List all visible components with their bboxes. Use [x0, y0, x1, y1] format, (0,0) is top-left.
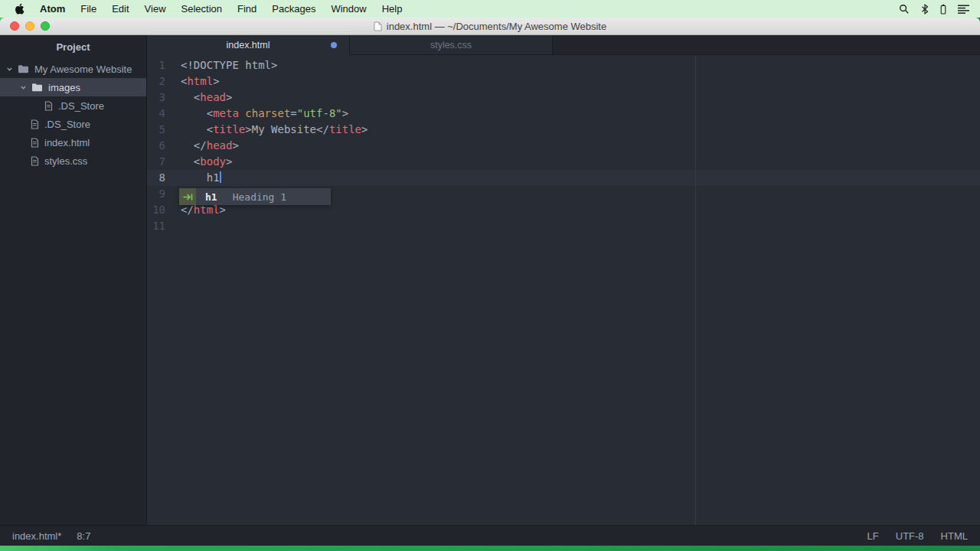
line-content: h1	[181, 170, 221, 186]
code-token: </	[181, 204, 194, 216]
tree-item-index-html[interactable]: index.html	[0, 133, 146, 152]
tab-title: styles.css	[430, 40, 472, 51]
menu-item-view[interactable]: View	[137, 3, 174, 15]
status-encoding[interactable]: UTF-8	[896, 530, 924, 542]
tab-index-html[interactable]: index.html	[147, 35, 350, 55]
code-token: head	[200, 91, 226, 103]
line-number: 9	[147, 186, 165, 202]
folder-icon	[18, 64, 29, 73]
autocomplete-popup: h1 Heading 1	[179, 188, 331, 205]
menu-item-help[interactable]: Help	[374, 3, 410, 15]
line-number: 5	[147, 122, 165, 138]
code-line-6[interactable]: 6 </head>	[147, 138, 980, 154]
code-line-7[interactable]: 7 <body>	[147, 154, 980, 170]
status-line-ending[interactable]: LF	[867, 530, 879, 542]
apple-icon	[14, 3, 24, 15]
code-line-11[interactable]: 11	[147, 218, 980, 234]
file-icon	[31, 138, 39, 148]
code-token: h1	[181, 171, 220, 184]
code-token: >	[232, 139, 238, 152]
code-token: My Website	[252, 123, 316, 135]
line-content: <body>	[181, 154, 232, 170]
notification-center-icon[interactable]	[958, 5, 969, 14]
menu-bar-status-icons	[899, 0, 969, 18]
menu-bar: AtomFileEditViewSelectionFindPackagesWin…	[0, 0, 980, 18]
code-token: >	[220, 204, 226, 216]
code-token: <	[181, 123, 213, 135]
status-bar: index.html* 8:7 LFUTF-8HTML	[0, 525, 980, 546]
minimize-button[interactable]	[25, 21, 34, 31]
tree-item-ds-store[interactable]: .DS_Store	[0, 115, 146, 133]
line-number: 4	[147, 106, 165, 122]
chevron-down-icon[interactable]	[6, 66, 14, 73]
code-line-1[interactable]: 1<!DOCTYPE html>	[147, 57, 980, 73]
menu-item-selection[interactable]: Selection	[174, 3, 230, 15]
code-line-2[interactable]: 2<html>	[147, 73, 980, 90]
line-content: </head>	[181, 138, 239, 154]
tab-bar: index.htmlstyles.css	[147, 35, 980, 55]
line-content: <title>My Website</title>	[181, 122, 368, 138]
tree-item-ds-store[interactable]: .DS_Store	[0, 96, 146, 115]
status-cursor-position[interactable]: 8:7	[77, 530, 90, 542]
menu-item-find[interactable]: Find	[230, 3, 264, 15]
title-bar[interactable]: index.html — ~/Documents/My Awesome Webs…	[0, 18, 980, 35]
line-number: 10	[147, 202, 165, 218]
code-token: >	[361, 123, 368, 135]
zoom-button[interactable]	[41, 21, 50, 31]
menu-item-file[interactable]: File	[73, 3, 104, 15]
menu-item-window[interactable]: Window	[323, 3, 374, 15]
battery-icon[interactable]	[940, 4, 946, 15]
tree-item-my-awesome-website[interactable]: My Awesome Website	[0, 60, 146, 78]
tree-item-label: index.html	[44, 137, 90, 148]
code-token: >	[245, 123, 251, 135]
status-file-name[interactable]: index.html*	[12, 530, 61, 542]
code-token: html	[187, 75, 213, 87]
menu-item-atom[interactable]: Atom	[32, 3, 73, 15]
code-token: body	[200, 155, 226, 168]
code-token: <!DOCTYPE html>	[181, 59, 277, 71]
snippet-tab-icon	[179, 188, 196, 205]
code-token: charset	[245, 107, 290, 119]
autocomplete-suggestion: h1	[205, 191, 217, 203]
autocomplete-description: Heading 1	[233, 191, 286, 203]
window-title: index.html — ~/Documents/My Awesome Webs…	[387, 21, 606, 32]
line-number: 1	[147, 57, 165, 73]
text-cursor	[220, 171, 221, 183]
code-token: <	[181, 91, 200, 103]
code-line-3[interactable]: 3 <head>	[147, 90, 980, 106]
code-token: head	[207, 139, 233, 152]
tree-item-styles-css[interactable]: styles.css	[0, 152, 146, 170]
autocomplete-suggestion-row[interactable]: h1 Heading 1	[196, 188, 331, 205]
spotlight-search-icon[interactable]	[899, 4, 910, 15]
line-number: 2	[147, 73, 165, 90]
file-icon	[31, 156, 39, 166]
code-line-4[interactable]: 4 <meta charset="utf-8">	[147, 106, 980, 122]
close-button[interactable]	[10, 21, 19, 31]
bluetooth-icon[interactable]	[921, 4, 929, 15]
code-line-5[interactable]: 5 <title>My Website</title>	[147, 122, 980, 138]
menu-item-packages[interactable]: Packages	[264, 3, 323, 15]
file-icon	[31, 119, 39, 129]
tree-item-label: styles.css	[44, 155, 87, 167]
status-grammar[interactable]: HTML	[941, 530, 968, 542]
code-token: =	[290, 107, 296, 119]
tree-item-label: images	[48, 82, 80, 93]
tree-item-images[interactable]: images	[0, 78, 146, 96]
project-tree: My Awesome Websiteimages.DS_Store.DS_Sto…	[0, 58, 146, 170]
modified-indicator-dot[interactable]	[331, 42, 337, 48]
line-number: 6	[147, 138, 165, 154]
line-content: <head>	[181, 90, 232, 106]
line-number: 7	[147, 154, 165, 170]
apple-menu[interactable]	[14, 3, 24, 15]
code-lines: 1<!DOCTYPE html>2<html>3 <head>4 <meta c…	[147, 57, 980, 234]
code-token: >	[226, 91, 232, 103]
code-token: >	[213, 75, 219, 87]
code-line-8[interactable]: 8 h1	[147, 170, 980, 186]
tab-styles-css[interactable]: styles.css	[350, 35, 553, 54]
text-editor[interactable]: 1<!DOCTYPE html>2<html>3 <head>4 <meta c…	[147, 55, 980, 525]
line-content: <meta charset="utf-8">	[181, 106, 348, 122]
code-token: >	[226, 155, 232, 168]
line-number: 11	[147, 218, 165, 234]
chevron-down-icon[interactable]	[20, 84, 28, 91]
menu-item-edit[interactable]: Edit	[104, 3, 136, 15]
